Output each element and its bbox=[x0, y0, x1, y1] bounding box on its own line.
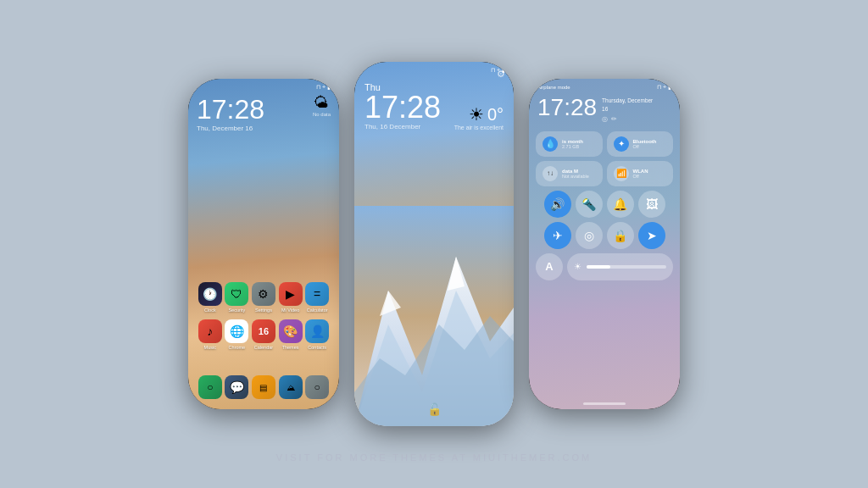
phone-3-date-icons: ◎ ✏ bbox=[602, 115, 653, 123]
control-row-5: A ☀ bbox=[536, 253, 673, 280]
data-card-icon: 💧 bbox=[542, 136, 558, 152]
volume-button[interactable]: 🔊 bbox=[544, 191, 571, 218]
app-settings-label: Settings bbox=[255, 308, 272, 313]
phone-2-air-quality: The air is excellent bbox=[454, 125, 504, 130]
dock-app-1-icon: ○ bbox=[198, 375, 222, 399]
phone-2: ⊓ + ▮ ⚙ Thu 17:28 Thu, 16 December ☀ 0° … bbox=[354, 62, 514, 426]
mobile-card[interactable]: ↑↓ data M Not available bbox=[536, 161, 603, 186]
app-security[interactable]: 🛡 Security bbox=[224, 282, 249, 313]
phone-2-weather: ☀ 0° The air is excellent bbox=[454, 104, 504, 130]
phone-1: ⊓ + ▮ 17:28 Thu, December 16 🌤 No data 🕐… bbox=[188, 79, 339, 409]
phone-3-date-line1: Thursday, December bbox=[602, 97, 653, 104]
phone-3-time: 17:28 bbox=[537, 96, 597, 119]
app-themes-label: Themes bbox=[282, 345, 299, 350]
app-calendar-icon: 16 bbox=[252, 319, 275, 343]
phone-1-weather-icon: 🌤 bbox=[314, 94, 329, 112]
screenshot-button[interactable]: 🖼 bbox=[638, 191, 665, 218]
app-chrome-icon: 🌐 bbox=[225, 319, 248, 343]
brightness-fill bbox=[587, 265, 610, 269]
brightness-icon: ☀ bbox=[574, 262, 581, 271]
app-mivideo[interactable]: ▶ Mi Video bbox=[278, 282, 303, 313]
phone-3: Airplane mode ⊓ + ▮ 17:28 Thursday, Dece… bbox=[529, 79, 680, 409]
data-card-info: is month 2.71 GB bbox=[562, 139, 596, 149]
mobile-icon: ↑↓ bbox=[542, 166, 558, 181]
app-calendar-label: Calendar bbox=[254, 345, 273, 350]
dolby-button[interactable]: ◎ bbox=[576, 222, 603, 249]
phone-3-date-icon1[interactable]: ◎ bbox=[602, 115, 608, 123]
app-calculator-icon: = bbox=[305, 282, 329, 306]
phone-1-app-row-2: ♪ Music 🌐 Chrome 16 Calendar 🎨 Themes 👤 bbox=[197, 319, 331, 350]
app-chrome-label: Chrome bbox=[229, 345, 246, 350]
phone-1-app-row-1: 🕐 Clock 🛡 Security ⚙ Settings ▶ Mi Video… bbox=[197, 282, 331, 313]
phone-3-status-bar: Airplane mode ⊓ + ▮ bbox=[529, 79, 680, 92]
app-mivideo-icon: ▶ bbox=[279, 282, 303, 306]
phone-3-controls: 💧 is month 2.71 GB ✦ Bluetooth Off bbox=[529, 126, 680, 286]
flashlight-button[interactable]: 🔦 bbox=[576, 191, 603, 218]
dock-app-5[interactable]: ○ bbox=[304, 375, 330, 399]
dock-app-4[interactable]: ⛰ bbox=[278, 375, 303, 399]
mobile-card-info: data M Not available bbox=[562, 169, 596, 179]
app-contacts-label: Contacts bbox=[308, 345, 326, 350]
control-row-1: 💧 is month 2.71 GB ✦ Bluetooth Off bbox=[536, 131, 673, 157]
phone-2-screen: ⊓ + ▮ ⚙ Thu 17:28 Thu, 16 December ☀ 0° … bbox=[354, 62, 514, 426]
bluetooth-card[interactable]: ✦ Bluetooth Off bbox=[607, 131, 674, 157]
phone-1-status-bar: ⊓ + ▮ bbox=[188, 79, 339, 92]
app-settings[interactable]: ⚙ Settings bbox=[251, 282, 276, 313]
font-button[interactable]: A bbox=[536, 253, 563, 280]
phone-2-status-bar: ⊓ + ▮ bbox=[354, 62, 514, 75]
dock-app-5-icon: ○ bbox=[305, 375, 329, 399]
brightness-bar[interactable]: ☀ bbox=[567, 253, 673, 280]
phone-1-dock: ○ 💬 ▤ ⛰ ○ bbox=[188, 375, 339, 399]
brightness-track bbox=[587, 265, 666, 269]
phone-3-time-row: 17:28 Thursday, December 16 ◎ ✏ bbox=[529, 92, 680, 126]
dock-app-3[interactable]: ▤ bbox=[251, 375, 276, 399]
wlan-icon: 📶 bbox=[614, 166, 629, 181]
lock-button[interactable]: 🔒 bbox=[607, 222, 634, 249]
dock-app-2-icon: 💬 bbox=[225, 375, 248, 399]
phone-2-mountain bbox=[354, 206, 514, 426]
watermark: VISIT FOR MORE THEMES AT MIUITHEMER.COM bbox=[276, 452, 592, 463]
phone-3-date-line2: 16 bbox=[602, 106, 653, 113]
dock-app-4-icon: ⛰ bbox=[279, 375, 303, 399]
app-chrome[interactable]: 🌐 Chrome bbox=[224, 319, 249, 350]
data-card-sub: 2.71 GB bbox=[562, 144, 596, 149]
bluetooth-card-sub: Off bbox=[633, 144, 667, 149]
phone-3-home-bar bbox=[583, 402, 626, 405]
app-security-label: Security bbox=[228, 308, 245, 313]
app-security-icon: 🛡 bbox=[225, 282, 248, 306]
mobile-card-sub: Not available bbox=[562, 174, 596, 179]
phone-3-screen: Airplane mode ⊓ + ▮ 17:28 Thursday, Dece… bbox=[529, 79, 680, 409]
dock-app-1[interactable]: ○ bbox=[198, 375, 223, 399]
wlan-card[interactable]: 📶 WLAN Off bbox=[607, 161, 674, 186]
phone-2-lock-icon[interactable]: 🔓 bbox=[427, 402, 442, 416]
control-row-4: ✈ ◎ 🔒 ➤ bbox=[536, 222, 673, 249]
app-clock[interactable]: 🕐 Clock bbox=[198, 282, 223, 313]
phone-3-date-info: Thursday, December 16 ◎ ✏ bbox=[602, 96, 653, 123]
data-card[interactable]: 💧 is month 2.71 GB bbox=[536, 131, 603, 157]
airplane-button[interactable]: ✈ bbox=[544, 222, 571, 249]
app-themes[interactable]: 🎨 Themes bbox=[278, 319, 303, 350]
app-clock-label: Clock bbox=[204, 308, 216, 313]
phone-2-weather-icon: ☀ bbox=[469, 104, 484, 125]
mountain-svg bbox=[354, 206, 514, 426]
app-contacts[interactable]: 👤 Contacts bbox=[304, 319, 330, 350]
app-calculator[interactable]: = Calculator bbox=[304, 282, 330, 313]
phone-1-weather: 🌤 No data bbox=[313, 94, 331, 117]
dock-app-2[interactable]: 💬 bbox=[224, 375, 249, 399]
bluetooth-card-info: Bluetooth Off bbox=[633, 139, 667, 149]
phone-2-gear-icon[interactable]: ⚙ bbox=[497, 69, 505, 80]
phone-2-temp: 0° bbox=[487, 105, 504, 125]
app-music[interactable]: ♪ Music bbox=[198, 319, 223, 350]
cast-button[interactable]: ➤ bbox=[638, 222, 665, 249]
app-clock-icon: 🕐 bbox=[198, 282, 222, 306]
control-row-2: ↑↓ data M Not available 📶 WLAN Off bbox=[536, 161, 673, 186]
bell-button[interactable]: 🔔 bbox=[607, 191, 634, 218]
phone-1-screen: ⊓ + ▮ 17:28 Thu, December 16 🌤 No data 🕐… bbox=[188, 79, 339, 409]
app-contacts-icon: 👤 bbox=[305, 319, 329, 343]
phone-3-date-icon2[interactable]: ✏ bbox=[611, 115, 617, 123]
app-themes-icon: 🎨 bbox=[279, 319, 303, 343]
app-calendar[interactable]: 16 Calendar bbox=[251, 319, 276, 350]
bluetooth-icon: ✦ bbox=[614, 136, 629, 152]
control-row-3: 🔊 🔦 🔔 🖼 bbox=[536, 191, 673, 218]
dock-app-3-icon: ▤ bbox=[252, 375, 275, 399]
